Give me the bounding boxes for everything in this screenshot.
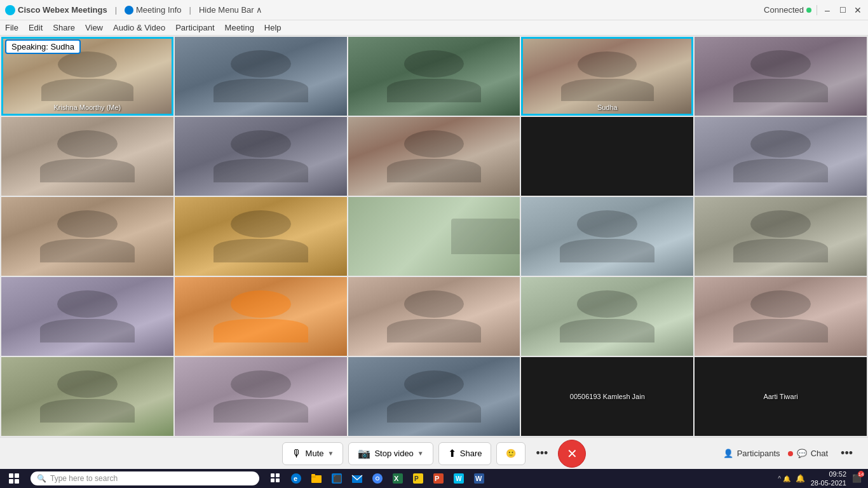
participant-cell-25[interactable]: Aarti Tiwari (695, 357, 867, 436)
participant-cell-14[interactable] (521, 197, 693, 276)
title-bar: Cisco Webex Meetings | Meeting Info | Hi… (0, 0, 868, 20)
mic-icon: 🎙 (292, 448, 302, 459)
participant-cell-2[interactable] (175, 37, 347, 116)
powerbi-icon[interactable]: P (409, 470, 427, 487)
teams-icon[interactable]: W (450, 470, 468, 487)
hide-menu-btn[interactable]: Hide Menu Bar ∧ (199, 5, 262, 15)
participant-name-24: 00506193 Kamlesh Jain (570, 393, 645, 400)
participant-cell-7[interactable] (175, 117, 347, 196)
app-name: Cisco Webex Meetings (18, 5, 107, 15)
participant-cell-12[interactable] (175, 197, 347, 276)
connection-status: Connected (764, 5, 811, 15)
more-options-button[interactable]: ••• (531, 444, 553, 463)
menu-audio-video[interactable]: Audio & Video (113, 23, 165, 32)
menu-file[interactable]: File (5, 23, 18, 32)
chat-dot (788, 451, 793, 456)
svg-text:X: X (394, 475, 399, 482)
toolbar-right: 👤 Participants 💬 Chat ••• (723, 444, 858, 463)
task-view-icon[interactable] (267, 470, 285, 487)
menu-participant[interactable]: Participant (175, 23, 214, 32)
minimize-button[interactable]: – (822, 5, 832, 15)
video-grid: Krishna Moorthy (Me) Sudha (0, 36, 868, 437)
participant-cell-20[interactable] (695, 277, 867, 356)
participant-cell-21[interactable] (1, 357, 173, 436)
chat-button[interactable]: 💬 Chat (788, 449, 828, 458)
menu-bar: File Edit Share View Audio & Video Parti… (0, 20, 868, 36)
separator (817, 5, 817, 15)
svg-rect-8 (311, 474, 315, 476)
end-call-button[interactable]: ✕ (558, 440, 586, 468)
participant-cell-15[interactable] (695, 197, 867, 276)
stop-video-button[interactable]: 📷 Stop video ▼ (348, 442, 433, 465)
edge-icon[interactable]: e (287, 470, 305, 487)
close-button[interactable]: ✕ (853, 5, 863, 15)
mute-button[interactable]: 🎙 Mute ▼ (282, 442, 344, 465)
chrome-icon[interactable] (369, 470, 386, 487)
meeting-info-label: Meeting Info (136, 5, 182, 15)
system-tray: ^ 🔔 🔔 09:52 28-05-2021 ⬛ 14 (778, 470, 868, 488)
date-display: 28-05-2021 (811, 478, 846, 487)
participant-cell-18[interactable] (348, 277, 520, 356)
svg-text:⬛: ⬛ (333, 474, 342, 483)
connected-label: Connected (764, 5, 804, 15)
speaking-indicator: Speaking: Sudha (5, 39, 81, 54)
clock: 09:52 28-05-2021 (811, 470, 846, 488)
notification-badge: 🔔 (796, 474, 805, 483)
participant-name-1: Krishna Moorthy (Me) (54, 104, 121, 111)
more-right-button[interactable]: ••• (836, 444, 858, 463)
menu-help[interactable]: Help (264, 23, 281, 32)
start-button[interactable] (0, 469, 28, 488)
notification-count: 14 (858, 471, 864, 477)
taskbar-search[interactable]: 🔍 Type here to search (31, 471, 259, 485)
participant-cell-11[interactable] (1, 197, 173, 276)
emoji-button[interactable]: 🙂 (496, 442, 526, 465)
menu-meeting[interactable]: Meeting (225, 23, 254, 32)
participant-cell-19[interactable] (521, 277, 693, 356)
participant-cell-3[interactable] (348, 37, 520, 116)
file-explorer-icon[interactable] (308, 470, 325, 487)
excel-icon[interactable]: X (389, 470, 407, 487)
action-center-icon[interactable]: ⬛ 14 (850, 472, 863, 485)
participant-cell-8[interactable] (348, 117, 520, 196)
participant-cell-4[interactable]: Sudha (521, 37, 693, 116)
windows-icon (9, 473, 19, 484)
windows-taskbar: 🔍 Type here to search e ⬛ X (0, 469, 868, 488)
end-icon: ✕ (567, 446, 578, 461)
participant-cell-17[interactable] (175, 277, 347, 356)
toolbar: 🎙 Mute ▼ 📷 Stop video ▼ ⬆ Share 🙂 ••• ✕ … (0, 437, 868, 469)
participants-icon: 👤 (723, 449, 733, 458)
participant-cell-5[interactable] (695, 37, 867, 116)
share-button[interactable]: ⬆ Share (438, 442, 492, 465)
svg-point-14 (376, 477, 379, 480)
participant-cell-22[interactable] (175, 357, 347, 436)
participant-cell-24[interactable]: 00506193 Kamlesh Jain (521, 357, 693, 436)
menu-share[interactable]: Share (53, 23, 75, 32)
svg-text:W: W (456, 475, 462, 482)
powerpoint-icon[interactable]: P (430, 470, 447, 487)
time-display: 09:52 (811, 470, 846, 478)
maximize-button[interactable]: ☐ (837, 5, 848, 15)
menu-view[interactable]: View (85, 23, 103, 32)
search-icon: 🔍 (37, 474, 46, 483)
connected-dot (806, 8, 811, 13)
participant-cell-13[interactable] (348, 197, 520, 276)
mute-chevron-icon: ▼ (328, 450, 334, 457)
word-icon[interactable]: W (470, 470, 488, 487)
participant-cell-16[interactable] (1, 277, 173, 356)
menu-edit[interactable]: Edit (29, 23, 43, 32)
participants-button[interactable]: 👤 Participants (723, 449, 780, 458)
taskbar-icons: e ⬛ X P P W (267, 470, 488, 487)
participant-cell-10[interactable] (695, 117, 867, 196)
participant-name-4: Sudha (597, 104, 618, 111)
participant-cell-23[interactable] (348, 357, 520, 436)
chat-label: Chat (811, 449, 828, 458)
notification-icon[interactable]: 🔔 (794, 472, 807, 485)
video-chevron-icon: ▼ (417, 450, 424, 457)
store-icon[interactable]: ⬛ (328, 470, 346, 487)
mute-label: Mute (306, 449, 324, 458)
svg-rect-0 (271, 473, 275, 477)
meeting-info-btn[interactable]: Meeting Info (125, 5, 182, 15)
mail-icon[interactable] (348, 470, 366, 487)
participant-cell-9[interactable] (521, 117, 693, 196)
participant-cell-6[interactable] (1, 117, 173, 196)
